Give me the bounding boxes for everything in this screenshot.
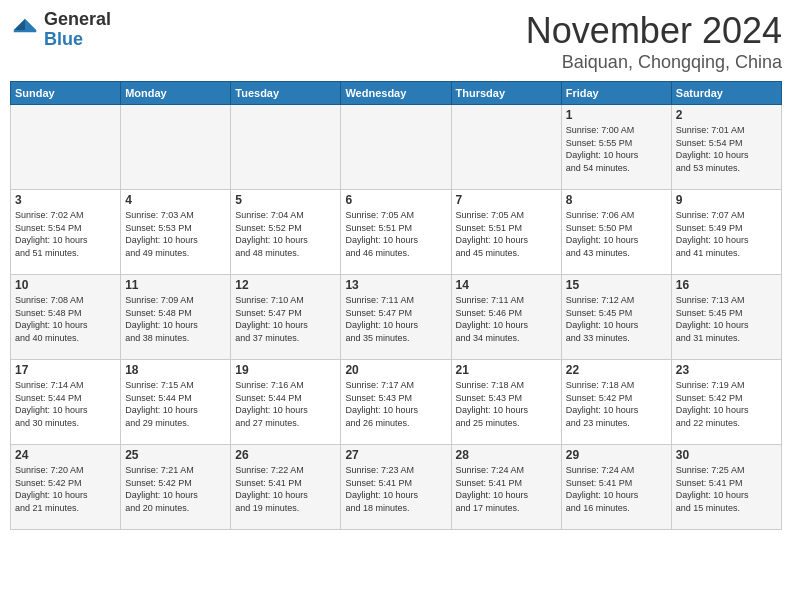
day-number: 24 [15,448,116,462]
weekday-header-monday: Monday [121,82,231,105]
day-number: 27 [345,448,446,462]
day-info: Sunrise: 7:14 AM Sunset: 5:44 PM Dayligh… [15,379,116,429]
day-info: Sunrise: 7:04 AM Sunset: 5:52 PM Dayligh… [235,209,336,259]
day-info: Sunrise: 7:02 AM Sunset: 5:54 PM Dayligh… [15,209,116,259]
day-cell: 22Sunrise: 7:18 AM Sunset: 5:42 PM Dayli… [561,360,671,445]
day-number: 6 [345,193,446,207]
day-cell [451,105,561,190]
logo-blue-text: Blue [44,30,111,50]
day-cell: 17Sunrise: 7:14 AM Sunset: 5:44 PM Dayli… [11,360,121,445]
logo-icon [10,15,40,45]
title-area: November 2024 Baiquan, Chongqing, China [526,10,782,73]
day-info: Sunrise: 7:07 AM Sunset: 5:49 PM Dayligh… [676,209,777,259]
day-info: Sunrise: 7:25 AM Sunset: 5:41 PM Dayligh… [676,464,777,514]
weekday-header-friday: Friday [561,82,671,105]
day-cell [11,105,121,190]
day-info: Sunrise: 7:23 AM Sunset: 5:41 PM Dayligh… [345,464,446,514]
svg-rect-2 [14,30,37,32]
weekday-header-saturday: Saturday [671,82,781,105]
day-cell: 27Sunrise: 7:23 AM Sunset: 5:41 PM Dayli… [341,445,451,530]
day-info: Sunrise: 7:12 AM Sunset: 5:45 PM Dayligh… [566,294,667,344]
day-number: 17 [15,363,116,377]
day-info: Sunrise: 7:09 AM Sunset: 5:48 PM Dayligh… [125,294,226,344]
day-cell: 12Sunrise: 7:10 AM Sunset: 5:47 PM Dayli… [231,275,341,360]
day-cell: 5Sunrise: 7:04 AM Sunset: 5:52 PM Daylig… [231,190,341,275]
day-info: Sunrise: 7:18 AM Sunset: 5:43 PM Dayligh… [456,379,557,429]
day-cell: 8Sunrise: 7:06 AM Sunset: 5:50 PM Daylig… [561,190,671,275]
day-number: 4 [125,193,226,207]
day-number: 3 [15,193,116,207]
day-cell: 26Sunrise: 7:22 AM Sunset: 5:41 PM Dayli… [231,445,341,530]
day-number: 12 [235,278,336,292]
day-number: 25 [125,448,226,462]
day-info: Sunrise: 7:15 AM Sunset: 5:44 PM Dayligh… [125,379,226,429]
day-cell: 21Sunrise: 7:18 AM Sunset: 5:43 PM Dayli… [451,360,561,445]
day-info: Sunrise: 7:05 AM Sunset: 5:51 PM Dayligh… [345,209,446,259]
week-row-4: 17Sunrise: 7:14 AM Sunset: 5:44 PM Dayli… [11,360,782,445]
week-row-2: 3Sunrise: 7:02 AM Sunset: 5:54 PM Daylig… [11,190,782,275]
day-cell: 28Sunrise: 7:24 AM Sunset: 5:41 PM Dayli… [451,445,561,530]
weekday-header-wednesday: Wednesday [341,82,451,105]
weekday-header-row: SundayMondayTuesdayWednesdayThursdayFrid… [11,82,782,105]
day-cell [341,105,451,190]
svg-marker-1 [14,19,25,30]
day-number: 26 [235,448,336,462]
location-title: Baiquan, Chongqing, China [526,52,782,73]
day-number: 11 [125,278,226,292]
week-row-5: 24Sunrise: 7:20 AM Sunset: 5:42 PM Dayli… [11,445,782,530]
day-cell: 30Sunrise: 7:25 AM Sunset: 5:41 PM Dayli… [671,445,781,530]
day-number: 23 [676,363,777,377]
day-cell: 16Sunrise: 7:13 AM Sunset: 5:45 PM Dayli… [671,275,781,360]
day-number: 30 [676,448,777,462]
day-info: Sunrise: 7:08 AM Sunset: 5:48 PM Dayligh… [15,294,116,344]
day-info: Sunrise: 7:00 AM Sunset: 5:55 PM Dayligh… [566,124,667,174]
day-cell: 20Sunrise: 7:17 AM Sunset: 5:43 PM Dayli… [341,360,451,445]
day-number: 20 [345,363,446,377]
week-row-3: 10Sunrise: 7:08 AM Sunset: 5:48 PM Dayli… [11,275,782,360]
day-cell: 1Sunrise: 7:00 AM Sunset: 5:55 PM Daylig… [561,105,671,190]
day-number: 29 [566,448,667,462]
day-number: 28 [456,448,557,462]
day-number: 19 [235,363,336,377]
day-cell: 15Sunrise: 7:12 AM Sunset: 5:45 PM Dayli… [561,275,671,360]
logo: General Blue [10,10,111,50]
day-cell: 11Sunrise: 7:09 AM Sunset: 5:48 PM Dayli… [121,275,231,360]
day-cell: 24Sunrise: 7:20 AM Sunset: 5:42 PM Dayli… [11,445,121,530]
day-cell: 29Sunrise: 7:24 AM Sunset: 5:41 PM Dayli… [561,445,671,530]
day-number: 14 [456,278,557,292]
day-cell: 3Sunrise: 7:02 AM Sunset: 5:54 PM Daylig… [11,190,121,275]
day-info: Sunrise: 7:01 AM Sunset: 5:54 PM Dayligh… [676,124,777,174]
day-info: Sunrise: 7:06 AM Sunset: 5:50 PM Dayligh… [566,209,667,259]
day-info: Sunrise: 7:17 AM Sunset: 5:43 PM Dayligh… [345,379,446,429]
weekday-header-thursday: Thursday [451,82,561,105]
day-cell: 2Sunrise: 7:01 AM Sunset: 5:54 PM Daylig… [671,105,781,190]
day-info: Sunrise: 7:18 AM Sunset: 5:42 PM Dayligh… [566,379,667,429]
svg-marker-0 [25,19,36,30]
day-cell: 23Sunrise: 7:19 AM Sunset: 5:42 PM Dayli… [671,360,781,445]
day-number: 8 [566,193,667,207]
calendar-table: SundayMondayTuesdayWednesdayThursdayFrid… [10,81,782,530]
day-info: Sunrise: 7:03 AM Sunset: 5:53 PM Dayligh… [125,209,226,259]
day-info: Sunrise: 7:11 AM Sunset: 5:46 PM Dayligh… [456,294,557,344]
day-cell: 7Sunrise: 7:05 AM Sunset: 5:51 PM Daylig… [451,190,561,275]
day-cell [121,105,231,190]
day-number: 2 [676,108,777,122]
day-number: 18 [125,363,226,377]
day-number: 9 [676,193,777,207]
day-cell: 18Sunrise: 7:15 AM Sunset: 5:44 PM Dayli… [121,360,231,445]
day-info: Sunrise: 7:24 AM Sunset: 5:41 PM Dayligh… [566,464,667,514]
day-cell: 13Sunrise: 7:11 AM Sunset: 5:47 PM Dayli… [341,275,451,360]
day-info: Sunrise: 7:20 AM Sunset: 5:42 PM Dayligh… [15,464,116,514]
day-number: 7 [456,193,557,207]
day-info: Sunrise: 7:19 AM Sunset: 5:42 PM Dayligh… [676,379,777,429]
day-info: Sunrise: 7:13 AM Sunset: 5:45 PM Dayligh… [676,294,777,344]
weekday-header-tuesday: Tuesday [231,82,341,105]
day-cell: 10Sunrise: 7:08 AM Sunset: 5:48 PM Dayli… [11,275,121,360]
day-info: Sunrise: 7:10 AM Sunset: 5:47 PM Dayligh… [235,294,336,344]
day-cell [231,105,341,190]
day-cell: 19Sunrise: 7:16 AM Sunset: 5:44 PM Dayli… [231,360,341,445]
day-number: 1 [566,108,667,122]
day-cell: 4Sunrise: 7:03 AM Sunset: 5:53 PM Daylig… [121,190,231,275]
day-cell: 9Sunrise: 7:07 AM Sunset: 5:49 PM Daylig… [671,190,781,275]
logo-text: General Blue [44,10,111,50]
